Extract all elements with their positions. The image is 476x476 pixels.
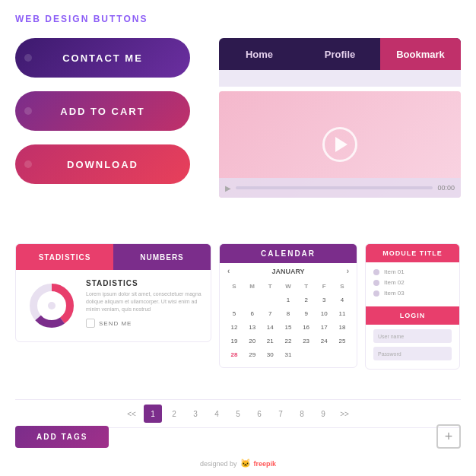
video-play-small-icon[interactable]: ▶ [225, 184, 231, 192]
module-widget: MODULE TITLE Item 01 Item 02 Item 03 LOG… [365, 243, 460, 370]
cal-day[interactable]: 3 [316, 293, 332, 306]
cal-day[interactable]: 2 [298, 293, 315, 306]
cal-day[interactable] [262, 293, 278, 306]
item-dot [373, 290, 379, 297]
username-field[interactable]: User name [373, 329, 452, 343]
nav-item-home[interactable]: Home [219, 38, 300, 70]
next-page-button[interactable]: >> [335, 405, 354, 423]
login-button[interactable]: LOGIN [366, 306, 459, 325]
login-fields: User name Password [366, 325, 459, 369]
page-button-3[interactable]: 3 [186, 405, 205, 423]
cal-header-t2: T [298, 279, 315, 293]
nav-item-bookmark[interactable]: Bookmark [380, 38, 461, 70]
calendar-day-headers: S M T W T F S [226, 279, 351, 293]
stats-tab-statistics[interactable]: STADISTICS [16, 244, 113, 270]
module-items: Item 01 Item 02 Item 03 [366, 262, 459, 306]
plus-button[interactable]: + [436, 424, 461, 449]
cal-week-3: 12 13 14 15 16 17 18 [226, 320, 351, 334]
page-button-5[interactable]: 5 [229, 405, 247, 423]
cal-day[interactable] [226, 293, 243, 306]
send-me-label: SEND ME [99, 320, 132, 327]
cal-day[interactable]: 14 [262, 320, 278, 334]
cal-day[interactable] [334, 347, 351, 361]
add-tags-row: ADD TAGS + [15, 424, 461, 449]
cal-day[interactable] [298, 347, 315, 361]
cal-day[interactable]: 19 [226, 334, 243, 347]
cal-day[interactable]: 18 [334, 320, 351, 334]
page-button-9[interactable]: 9 [314, 405, 332, 423]
stats-body: STADISTICS Lorem ipsum dolor sit amet, c… [16, 270, 211, 341]
cal-day[interactable]: 10 [316, 306, 332, 320]
cal-day[interactable]: 11 [334, 306, 351, 320]
download-button[interactable]: DOWNLOAD [15, 144, 190, 184]
contact-me-button[interactable]: CONTACT ME [15, 38, 190, 78]
stats-tabs: STADISTICS NUMBERS [16, 244, 211, 270]
cal-day[interactable]: 16 [298, 320, 315, 334]
cal-day[interactable]: 31 [280, 347, 297, 361]
video-player: ▶ 00:00 [219, 91, 461, 198]
cal-day[interactable]: 13 [244, 320, 261, 334]
cal-day[interactable]: 5 [226, 306, 243, 320]
cal-day[interactable] [316, 347, 332, 361]
calendar-nav: ‹ JANUARY › [220, 263, 357, 279]
cal-header-s1: S [226, 279, 243, 293]
nav-search-bar [219, 70, 461, 87]
cal-day[interactable]: 30 [262, 347, 278, 361]
cal-day[interactable]: 1 [280, 293, 297, 306]
item-label: Item 02 [384, 279, 405, 286]
cal-day[interactable]: 12 [226, 320, 243, 334]
cal-day[interactable]: 4 [334, 293, 351, 306]
cal-day[interactable] [244, 293, 261, 306]
play-icon [335, 137, 347, 152]
video-time: 00:00 [437, 184, 455, 192]
add-to-cart-button[interactable]: ADD TO CART [15, 91, 190, 131]
page-button-4[interactable]: 4 [208, 405, 226, 423]
next-month-button[interactable]: › [347, 267, 349, 275]
cal-header-w: W [280, 279, 297, 293]
cal-day[interactable]: 29 [244, 347, 261, 361]
cal-day-28[interactable]: 28 [226, 347, 243, 361]
page-button-6[interactable]: 6 [250, 405, 268, 423]
cal-day[interactable]: 20 [244, 334, 261, 347]
calendar-month: JANUARY [271, 268, 304, 275]
page-button-1[interactable]: 1 [144, 405, 162, 423]
send-me-row: SEND ME [86, 319, 202, 328]
footer-text: designed by [200, 460, 237, 468]
page-button-7[interactable]: 7 [271, 405, 290, 423]
stats-widget: STADISTICS NUMBERS STADISTICS Lorem ipsu… [15, 243, 211, 342]
send-me-checkbox[interactable] [86, 319, 95, 328]
page-button-8[interactable]: 8 [293, 405, 311, 423]
password-field[interactable]: Password [373, 347, 452, 360]
calendar-grid: S M T W T F S 1 2 3 4 [220, 279, 357, 367]
username-placeholder: User name [378, 334, 404, 339]
cal-week-5: 28 29 30 31 [226, 347, 351, 361]
cal-day[interactable]: 23 [298, 334, 315, 347]
svg-point-4 [48, 302, 56, 309]
cal-day[interactable]: 9 [298, 306, 315, 320]
cal-day[interactable]: 25 [334, 334, 351, 347]
cal-day[interactable]: 22 [280, 334, 297, 347]
item-dot [373, 280, 379, 286]
play-button[interactable] [322, 127, 357, 162]
progress-bar[interactable] [236, 186, 433, 189]
cal-day[interactable]: 21 [262, 334, 278, 347]
cal-day[interactable]: 15 [280, 320, 297, 334]
page-button-2[interactable]: 2 [165, 405, 183, 423]
footer: designed by 🐱 freepik [0, 459, 476, 468]
cal-week-4: 19 20 21 22 23 24 25 [226, 334, 351, 347]
stats-tab-numbers[interactable]: NUMBERS [113, 244, 211, 270]
nav-bar: Home Profile Bookmark [219, 38, 461, 70]
cal-day[interactable]: 8 [280, 306, 297, 320]
cal-day[interactable]: 7 [262, 306, 278, 320]
prev-month-button[interactable]: ‹ [227, 267, 230, 275]
cal-day[interactable]: 6 [244, 306, 261, 320]
prev-page-button[interactable]: << [122, 405, 141, 423]
cal-day[interactable]: 24 [316, 334, 332, 347]
list-item: Item 03 [373, 290, 452, 297]
left-column: CONTACT ME ADD TO CART DOWNLOAD [15, 38, 209, 198]
cal-header-s2: S [334, 279, 351, 293]
add-tags-button[interactable]: ADD TAGS [15, 426, 109, 448]
cal-day[interactable]: 17 [316, 320, 332, 334]
nav-item-profile[interactable]: Profile [300, 38, 380, 70]
cal-week-1: 1 2 3 4 [226, 293, 351, 306]
